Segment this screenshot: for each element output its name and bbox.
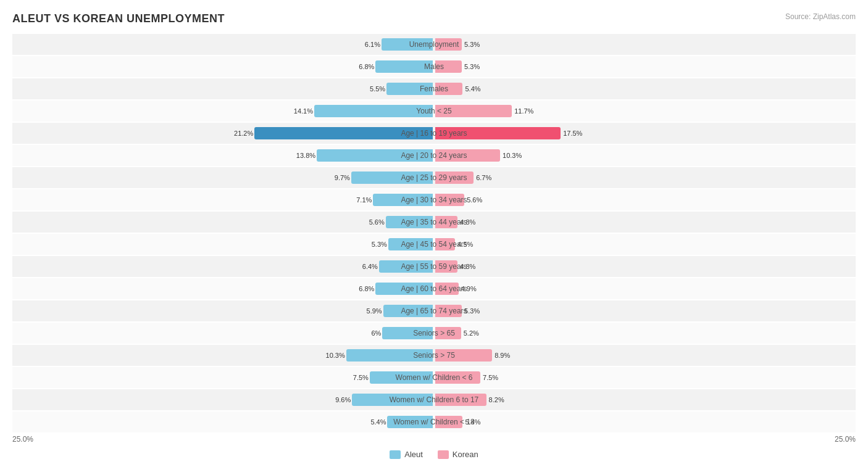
value-left: 7.5% — [353, 374, 369, 381]
axis-left: 25.0% — [12, 435, 33, 444]
legend: Aleut Korean — [12, 450, 856, 459]
bar-row: 5.9% 5.3% Age | 65 to 74 years — [12, 300, 856, 321]
bar-row: 6.8% 4.9% Age | 60 to 64 years — [12, 278, 856, 299]
value-left: 9.6% — [335, 396, 351, 403]
value-left: 9.7% — [335, 174, 350, 181]
bar-blue — [388, 238, 433, 250]
value-right: 7.5% — [483, 374, 498, 381]
bar-blue — [254, 127, 433, 139]
bar-pink — [435, 349, 492, 362]
value-right: 5.4% — [465, 85, 480, 93]
bar-pink — [435, 172, 474, 184]
bar-pink — [435, 371, 480, 384]
bar-pink — [435, 105, 512, 117]
bar-pink — [435, 283, 459, 295]
chart-container: ALEUT VS KOREAN UNEMPLOYMENT Source: Zip… — [0, 0, 868, 465]
value-left: 13.8% — [296, 152, 315, 159]
bar-blue — [373, 194, 433, 206]
bar-blue — [386, 83, 433, 95]
bar-row: 13.8% 10.3% Age | 20 to 24 years — [12, 145, 856, 166]
bar-row: 6.1% 5.3% Unemployment — [12, 34, 856, 55]
bar-row: 5.3% 4.5% Age | 45 to 54 years — [12, 234, 856, 255]
bar-row: 6.4% 4.8% Age | 55 to 59 years — [12, 256, 856, 277]
bar-row: 5.6% 4.8% Age | 35 to 44 years — [12, 212, 856, 233]
value-right: 4.8% — [460, 263, 475, 270]
value-right: 11.7% — [514, 107, 533, 115]
bar-row: 5.4% 5.4% Women w/ Children < 18 — [12, 411, 856, 432]
bar-blue — [351, 172, 433, 184]
bar-pink — [435, 416, 462, 428]
bar-pink — [435, 127, 561, 139]
bar-row: 6% 5.2% Seniors > 65 — [12, 323, 856, 344]
bar-blue — [346, 349, 433, 362]
value-left: 5.9% — [367, 307, 382, 315]
bar-pink — [435, 194, 464, 206]
value-right: 5.2% — [464, 329, 479, 337]
bar-row: 5.5% 5.4% Females — [12, 78, 856, 99]
bar-row: 7.5% 7.5% Women w/ Children < 6 — [12, 367, 856, 388]
value-right: 4.5% — [457, 241, 473, 248]
value-left: 7.1% — [356, 196, 372, 204]
value-right: 10.3% — [503, 152, 522, 159]
bar-blue — [382, 38, 433, 51]
bar-pink — [435, 149, 500, 162]
value-left: 6.1% — [365, 41, 380, 48]
value-left: 5.5% — [370, 85, 385, 93]
bar-blue — [314, 105, 433, 117]
bar-row: 10.3% 8.9% Seniors > 75 — [12, 345, 856, 366]
value-left: 21.2% — [234, 130, 253, 137]
bar-pink — [435, 260, 457, 273]
bar-pink — [435, 38, 462, 51]
axis-right: 25.0% — [835, 435, 856, 444]
legend-korean-label: Korean — [453, 450, 478, 459]
bar-blue — [379, 260, 433, 273]
chart-title: ALEUT VS KOREAN UNEMPLOYMENT — [12, 12, 225, 25]
chart-header: ALEUT VS KOREAN UNEMPLOYMENT Source: Zip… — [12, 12, 856, 25]
bar-row: 14.1% 11.7% Youth < 25 — [12, 101, 856, 122]
value-right: 5.4% — [465, 418, 480, 426]
bar-row: 7.1% 5.6% Age | 30 to 34 years — [12, 189, 856, 210]
value-right: 5.3% — [464, 307, 480, 315]
bar-blue — [375, 60, 433, 73]
bar-row: 9.7% 6.7% Age | 25 to 29 years — [12, 167, 856, 188]
bar-pink — [435, 394, 486, 406]
bar-pink — [435, 327, 461, 339]
legend-korean: Korean — [438, 450, 478, 459]
bar-blue — [317, 149, 433, 162]
value-left: 14.1% — [294, 107, 313, 115]
bar-pink — [435, 238, 455, 250]
bar-pink — [435, 83, 462, 95]
chart-source: Source: ZipAtlas.com — [785, 12, 856, 21]
value-left: 6.4% — [362, 263, 378, 270]
value-left: 6.8% — [359, 63, 374, 70]
legend-aleut-label: Aleut — [404, 450, 423, 459]
value-left: 5.4% — [370, 418, 386, 426]
bar-row: 9.6% 8.2% Women w/ Children 6 to 17 — [12, 389, 856, 410]
value-right: 6.7% — [476, 174, 491, 181]
value-right: 8.9% — [495, 352, 510, 359]
value-right: 5.6% — [467, 196, 482, 204]
bar-blue — [386, 216, 433, 228]
legend-aleut-box — [390, 450, 401, 459]
bar-row: 21.2% 17.5% Age | 16 to 19 years — [12, 123, 856, 144]
legend-aleut: Aleut — [390, 450, 423, 459]
value-left: 6.8% — [359, 285, 374, 292]
chart-rows: 6.1% 5.3% Unemployment 6.8% 5.3% Males — [12, 34, 856, 432]
value-left: 5.6% — [369, 218, 385, 226]
bar-blue — [375, 283, 433, 295]
value-left: 6% — [371, 329, 381, 337]
bar-pink — [435, 305, 462, 317]
bar-blue — [352, 394, 433, 406]
bar-pink — [435, 216, 457, 228]
value-right: 5.3% — [464, 41, 480, 48]
value-left: 10.3% — [326, 352, 345, 359]
value-right: 4.8% — [460, 218, 475, 226]
value-right: 17.5% — [563, 130, 582, 137]
bar-blue — [370, 371, 433, 384]
bar-row: 6.8% 5.3% Males — [12, 56, 856, 77]
bar-blue — [387, 416, 433, 428]
value-right: 5.3% — [464, 63, 480, 70]
value-right: 4.9% — [461, 285, 477, 292]
bar-blue — [383, 305, 433, 317]
legend-korean-box — [438, 450, 449, 459]
